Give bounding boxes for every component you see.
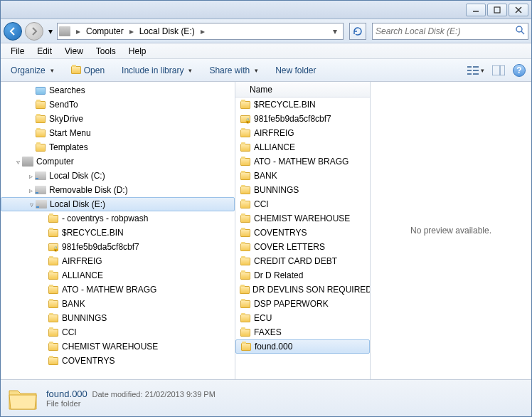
menu-view[interactable]: View: [59, 45, 89, 58]
menu-tools[interactable]: Tools: [90, 45, 122, 58]
tree-item[interactable]: ▿Computer: [1, 154, 235, 169]
list-item[interactable]: CCI: [235, 197, 370, 211]
folder-icon: [48, 213, 59, 224]
address-bar[interactable]: ▸ Computer ▸ Local Disk (E:) ▸ ▾: [57, 23, 344, 40]
tree-label: 981fe5b9da5cf8cbf7: [62, 242, 139, 252]
navigation-tree[interactable]: SearchesSendToSkyDriveStart MenuTemplate…: [1, 82, 235, 379]
tree-item[interactable]: SendTo: [1, 97, 235, 112]
tree-item[interactable]: 981fe5b9da5cf8cbf7: [1, 240, 235, 254]
list-label: Dr D Related: [254, 270, 303, 280]
list-item[interactable]: found.000: [235, 339, 370, 354]
help-button[interactable]: ?: [513, 64, 526, 77]
preview-pane-button[interactable]: [490, 63, 507, 78]
forward-button[interactable]: [25, 22, 43, 41]
list-item[interactable]: 981fe5b9da5cf8cbf7: [235, 112, 370, 126]
preview-text: No preview available.: [410, 226, 491, 236]
svg-rect-11: [473, 73, 479, 75]
expand-icon[interactable]: ▹: [26, 186, 35, 194]
search-input[interactable]: [376, 26, 515, 36]
tree-label: $RECYCLE.BIN: [62, 228, 124, 238]
breadcrumb-chevron[interactable]: ▸: [198, 26, 208, 36]
tree-item[interactable]: $RECYCLE.BIN: [1, 226, 235, 240]
tree-item[interactable]: ALLIANCE: [1, 268, 235, 283]
list-item[interactable]: AIRFREIG: [235, 126, 370, 140]
nav-history-dropdown[interactable]: ▾: [46, 22, 54, 41]
expand-icon[interactable]: ▿: [27, 201, 36, 208]
file-list[interactable]: Name $RECYCLE.BIN981fe5b9da5cf8cbf7AIRFR…: [235, 82, 371, 379]
list-item[interactable]: ATO - MATHEW BRAGG: [235, 154, 370, 169]
folder-icon: [48, 298, 59, 310]
search-box[interactable]: [372, 23, 528, 40]
list-item[interactable]: CHEMIST WAREHOUSE: [235, 211, 370, 226]
list-label: CHEMIST WAREHOUSE: [254, 213, 350, 223]
share-with-button[interactable]: Share with: [205, 63, 262, 78]
command-bar: Organize Open Include in library Share w…: [1, 59, 531, 82]
list-item[interactable]: $RECYCLE.BIN: [235, 97, 370, 112]
list-item[interactable]: BUNNINGS: [235, 183, 370, 197]
tree-label: - coventrys - robpwash: [62, 213, 148, 223]
breadcrumb-segment[interactable]: Computer: [83, 23, 127, 39]
menu-edit[interactable]: Edit: [31, 45, 58, 58]
tree-label: SkyDrive: [49, 114, 83, 124]
list-item[interactable]: Dr D Related: [235, 268, 370, 283]
tree-item[interactable]: CHEMIST WAREHOUSE: [1, 339, 235, 354]
breadcrumb-chevron[interactable]: ▸: [73, 26, 83, 36]
tree-item[interactable]: ▹Local Disk (C:): [1, 169, 235, 183]
list-item[interactable]: FAXES: [235, 325, 370, 339]
list-label: AIRFREIG: [254, 128, 294, 138]
svg-rect-12: [492, 65, 505, 75]
list-item[interactable]: COVER LETTERS: [235, 240, 370, 254]
tree-item[interactable]: - coventrys - robpwash: [1, 211, 235, 226]
list-item[interactable]: COVENTRYS: [235, 226, 370, 240]
expand-icon[interactable]: ▿: [14, 158, 22, 166]
list-item[interactable]: ECU: [235, 311, 370, 325]
list-item[interactable]: BANK: [235, 169, 370, 183]
back-button[interactable]: [4, 22, 22, 41]
tree-item[interactable]: ▿Local Disk (E:): [1, 197, 235, 211]
list-label: COVENTRYS: [254, 228, 307, 238]
tree-label: Computer: [36, 157, 74, 167]
new-folder-button[interactable]: New folder: [271, 63, 320, 78]
refresh-button[interactable]: [349, 23, 366, 40]
maximize-button[interactable]: [487, 4, 507, 16]
list-label: DSP PAPERWORK: [254, 299, 329, 309]
close-button[interactable]: [509, 4, 528, 16]
include-library-button[interactable]: Include in library: [117, 63, 196, 78]
menu-file[interactable]: File: [5, 45, 30, 58]
tree-item[interactable]: CCI: [1, 325, 235, 339]
tree-item[interactable]: Start Menu: [1, 126, 235, 140]
tree-item[interactable]: AIRFREIG: [1, 254, 235, 268]
open-button[interactable]: Open: [67, 63, 109, 78]
tree-item[interactable]: COVENTRYS: [1, 354, 235, 368]
organize-button[interactable]: Organize: [6, 63, 58, 78]
search-icon[interactable]: [515, 25, 525, 37]
folder-icon: [240, 184, 251, 196]
minimize-button[interactable]: [466, 4, 486, 16]
list-item[interactable]: DSP PAPERWORK: [235, 297, 370, 311]
folder-icon: [240, 213, 251, 224]
menu-help[interactable]: Help: [123, 45, 152, 58]
tree-label: CHEMIST WAREHOUSE: [62, 342, 158, 352]
list-item[interactable]: DR DEVLINS SON REQUIRED: [235, 283, 370, 297]
breadcrumb-segment[interactable]: Local Disk (E:): [137, 23, 198, 39]
tree-item[interactable]: ATO - MATHEW BRAGG: [1, 283, 235, 297]
view-options-button[interactable]: [467, 63, 484, 78]
folder-icon: [48, 284, 59, 295]
tree-item[interactable]: ▹Removable Disk (D:): [1, 183, 235, 197]
list-label: BANK: [254, 171, 277, 181]
list-label: ECU: [254, 313, 272, 323]
tree-item[interactable]: BANK: [1, 297, 235, 311]
expand-icon[interactable]: ▹: [26, 172, 35, 180]
nav-bar: ▾ ▸ Computer ▸ Local Disk (E:) ▸ ▾: [1, 19, 531, 43]
tree-item[interactable]: BUNNINGS: [1, 311, 235, 325]
list-item[interactable]: CREDIT CARD DEBT: [235, 254, 370, 268]
tree-item[interactable]: SkyDrive: [1, 112, 235, 126]
breadcrumb-chevron[interactable]: ▸: [127, 26, 137, 36]
tree-item[interactable]: Searches: [1, 83, 235, 97]
tree-item[interactable]: Templates: [1, 140, 235, 154]
disk-icon: [35, 170, 46, 181]
computer-icon: [59, 26, 70, 37]
list-item[interactable]: ALLIANCE: [235, 140, 370, 154]
column-header-name[interactable]: Name: [235, 82, 370, 97]
address-dropdown[interactable]: ▾: [329, 26, 341, 36]
